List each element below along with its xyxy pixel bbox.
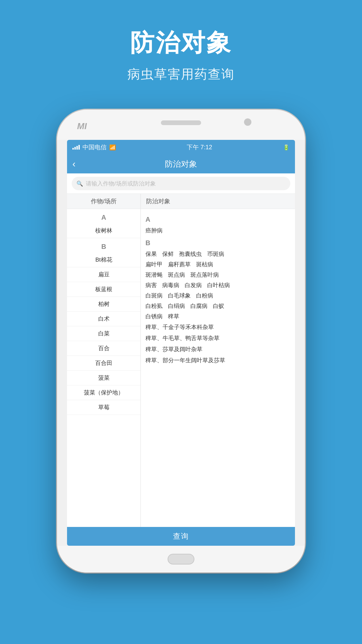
phone-camera (244, 118, 251, 126)
battery-icon: 🔋 (283, 144, 290, 151)
list-item[interactable]: 斑点落叶病 (190, 271, 219, 279)
list-item[interactable]: 病害 (145, 281, 157, 289)
list-item[interactable]: 桉树林 (67, 223, 140, 238)
list-item[interactable]: 癌肿病 (145, 227, 163, 234)
query-button-label: 查询 (173, 531, 189, 541)
list-item[interactable]: 白术 (67, 312, 140, 326)
list-item[interactable]: 保果 (145, 250, 157, 258)
list-item[interactable]: 白发病 (185, 281, 202, 289)
signal-bars (72, 145, 80, 150)
right-column: A 癌肿病 B 保果 保鲜 孢囊线虫 币斑病 扁叶甲 扁秆藨草 (141, 209, 295, 527)
right-items-a-row: 癌肿病 (145, 225, 290, 236)
list-item[interactable]: 白毛球象 (168, 292, 191, 300)
column-headers: 作物/场所 防治对象 (67, 194, 295, 209)
right-items-b-row1: 保果 保鲜 孢囊线虫 币斑病 (145, 249, 290, 259)
content-area: A 桉树林 B Bt棉花 扁豆 板蓝根 柏树 白术 白菜 百合 百合田 菠菜 菠… (67, 209, 295, 527)
right-items-b-row3: 斑潜蝇 斑点病 斑点落叶病 (145, 270, 290, 280)
left-column-header: 作物/场所 (67, 194, 141, 209)
right-items-b-row7: 白锈病 稗草 (145, 311, 290, 322)
list-item[interactable]: 白腐病 (190, 302, 207, 310)
top-section: 防治对象 病虫草害用药查询 (0, 0, 362, 103)
list-item[interactable]: 扁豆 (67, 267, 140, 282)
list-item[interactable]: 百合 (67, 341, 140, 356)
status-bar: 中国电信 📶 下午 7:12 🔋 (67, 140, 295, 155)
list-item[interactable]: 扁叶甲 (145, 261, 163, 268)
list-item[interactable]: 草莓 (67, 400, 140, 415)
list-item[interactable]: 白绢病 (168, 302, 185, 310)
list-item[interactable]: 白粉虱 (145, 302, 163, 310)
mi-logo: MI (77, 121, 87, 131)
signal-bar-1 (72, 148, 74, 150)
list-item[interactable]: 扁秆藨草 (168, 261, 191, 268)
right-column-header: 防治对象 (141, 194, 295, 209)
list-item[interactable]: 孢囊线虫 (179, 250, 202, 258)
phone-mockup: MI 中国电信 📶 下午 7:12 (57, 110, 305, 573)
phone-bottom-bezel (57, 546, 305, 573)
signal-bar-4 (78, 145, 80, 150)
right-section-a-label: A (145, 212, 290, 225)
list-item[interactable]: 百合田 (67, 356, 140, 371)
carrier-name: 中国电信 (82, 143, 107, 151)
signal-bar-2 (74, 147, 76, 150)
search-icon: 🔍 (76, 180, 83, 187)
list-item[interactable]: 病毒病 (162, 281, 179, 289)
list-item[interactable]: 稗草、部分一年生阔叶草及莎草 (145, 355, 290, 366)
wifi-icon: 📶 (109, 144, 116, 151)
list-item[interactable]: 稗草、莎草及阔叶杂草 (145, 344, 290, 355)
phone-speaker (161, 120, 201, 125)
list-item[interactable]: 币斑病 (207, 250, 224, 258)
list-item[interactable]: 斑潜蝇 (145, 271, 163, 279)
search-input-wrap[interactable]: 🔍 请输入作物/场所或防治对象 (72, 177, 290, 190)
left-column: A 桉树林 B Bt棉花 扁豆 板蓝根 柏树 白术 白菜 百合 百合田 菠菜 菠… (67, 209, 141, 527)
list-item[interactable]: 柏树 (67, 297, 140, 312)
list-item[interactable]: 斑点病 (168, 271, 185, 279)
list-item[interactable]: 稗草、千金子等禾本科杂草 (145, 322, 290, 333)
list-item[interactable]: 稗草、牛毛草、鸭舌草等杂草 (145, 333, 290, 344)
right-items-b-row4: 病害 病毒病 白发病 白叶枯病 (145, 280, 290, 290)
phone-outer: MI 中国电信 📶 下午 7:12 (57, 110, 305, 573)
status-left: 中国电信 📶 (72, 143, 116, 151)
list-item[interactable]: 白菜 (67, 326, 140, 341)
phone-top-bezel: MI (57, 110, 305, 140)
status-time: 下午 7:12 (187, 143, 212, 151)
list-item[interactable]: 保鲜 (162, 250, 174, 258)
list-item[interactable]: 白蚁 (213, 302, 224, 310)
header-title: 防治对象 (165, 159, 197, 169)
app-header: ‹ 防治对象 (67, 155, 295, 173)
list-item[interactable]: 斑枯病 (196, 261, 213, 268)
search-placeholder: 请输入作物/场所或防治对象 (86, 180, 156, 187)
list-item[interactable]: 菠菜（保护地） (67, 385, 140, 400)
list-item[interactable]: 白锈病 (145, 313, 163, 320)
left-section-a-label: A (101, 209, 106, 223)
phone-screen: 中国电信 📶 下午 7:12 🔋 ‹ 防治对象 🔍 请输入作物/场所或防治对象 (67, 140, 295, 546)
list-item[interactable]: Bt棉花 (67, 253, 140, 267)
list-item[interactable]: 白斑病 (145, 292, 163, 300)
right-section-b-label: B (145, 236, 290, 249)
home-button[interactable] (168, 554, 194, 565)
right-items-b-row5: 白斑病 白毛球象 白粉病 (145, 290, 290, 301)
query-button[interactable]: 查询 (67, 527, 295, 546)
list-item[interactable]: 稗草 (168, 313, 179, 320)
signal-bar-3 (76, 146, 78, 150)
list-item[interactable]: 板蓝根 (67, 282, 140, 297)
right-items-b-row6: 白粉虱 白绢病 白腐病 白蚁 (145, 301, 290, 311)
search-bar: 🔍 请输入作物/场所或防治对象 (67, 173, 295, 194)
list-item[interactable]: 白粉病 (196, 292, 213, 300)
main-title: 防治对象 (130, 27, 232, 59)
list-item[interactable]: 菠菜 (67, 371, 140, 385)
left-section-b-label: B (101, 238, 106, 253)
right-items-b-row2: 扁叶甲 扁秆藨草 斑枯病 (145, 259, 290, 270)
back-button[interactable]: ‹ (72, 159, 75, 169)
sub-title: 病虫草害用药查询 (127, 66, 235, 83)
list-item[interactable]: 白叶枯病 (207, 281, 230, 289)
status-right: 🔋 (283, 144, 290, 151)
